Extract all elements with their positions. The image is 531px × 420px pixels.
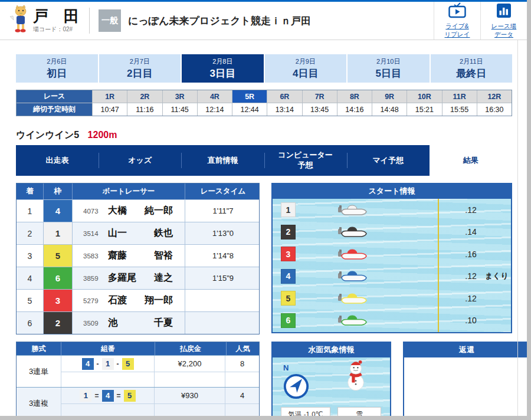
race-number-cell[interactable]: 7R	[302, 90, 337, 103]
content-tab[interactable]: オッズ	[99, 145, 181, 176]
racer-name: 山一鉄也	[108, 227, 173, 239]
start-timing: .16	[457, 250, 484, 259]
results-column-header: レースタイム	[185, 183, 261, 199]
result-lane-badge: 5	[43, 245, 72, 267]
result-racer: 3859多羅尾達之	[72, 267, 185, 289]
race-number-cell[interactable]: 8R	[337, 90, 372, 103]
date-tab[interactable]: 2月7日2日目	[99, 54, 181, 83]
results-column-header: 着	[17, 183, 43, 199]
content-tab[interactable]: マイ予想	[347, 145, 430, 176]
race-number-cell[interactable]: 11R	[442, 90, 477, 103]
date-tab[interactable]: 2月11日最終日	[431, 54, 513, 83]
racer-name: 石渡翔一郎	[108, 294, 173, 307]
results-column-header: 枠	[43, 183, 72, 199]
payout-column-header: 人気	[226, 342, 259, 355]
venue-data-label: レース場 データ	[491, 22, 517, 38]
result-row: 623509池千夏	[17, 311, 259, 334]
compass-icon	[282, 372, 310, 401]
date-tab-date: 2月11日	[460, 57, 483, 66]
content-tabs: 出走表オッズ直前情報コンピューター 予想マイ予想結果	[16, 145, 512, 176]
weather-panel: 水面気象情報 N	[271, 342, 391, 416]
racer-given-name: 智裕	[154, 250, 173, 262]
wind-compass: N	[282, 363, 310, 403]
payout-popularity: 4	[225, 388, 259, 403]
payout-popularity: 8	[225, 356, 259, 372]
grade-badge: 一般	[99, 9, 121, 32]
results-section: 着枠ボートレーサーレースタイム 144073大橋純一郎1'11"7213514山…	[16, 183, 512, 334]
date-tab[interactable]: 2月8日3日目	[182, 54, 264, 83]
bet-type-label: 3連複	[17, 388, 61, 416]
results-table-body: 144073大橋純一郎1'11"7213514山一鉄也1'13"0353583齋…	[17, 199, 259, 334]
start-info-body: 1.122.143.164.12まくり5.126.10	[271, 199, 512, 333]
race-number-cell[interactable]: 2R	[127, 90, 162, 103]
result-place: 4	[17, 267, 43, 289]
combo-lane-chip: 5	[122, 358, 134, 370]
date-tab-date: 2月8日	[212, 57, 232, 66]
combo-lane-chip: 1	[102, 358, 114, 370]
content-tab[interactable]: コンピューター 予想	[264, 145, 347, 176]
result-row: 213514山一鉄也1'13"0	[17, 222, 259, 244]
race-title-line: ウインウイン5 1200m	[16, 129, 511, 142]
payout-column-header: 勝式	[17, 342, 61, 355]
racer-family-name: 多羅尾	[108, 272, 136, 284]
result-place: 5	[17, 290, 43, 311]
race-number-cell[interactable]: 10R	[407, 90, 441, 103]
content-tab[interactable]: 結果	[430, 145, 512, 176]
date-tab[interactable]: 2月10日5日目	[348, 54, 430, 83]
date-tab-date: 2月6日	[47, 57, 67, 66]
result-racer: 5279石渡翔一郎	[72, 290, 185, 311]
race-number-cell[interactable]: 9R	[372, 90, 407, 103]
weather-body: N	[271, 357, 391, 416]
header-divider	[89, 8, 90, 34]
combo-cell: 1=4=5	[61, 388, 154, 403]
race-number-cell[interactable]: 12R	[477, 90, 512, 103]
weather-title: 水面気象情報	[271, 342, 391, 357]
race-number-cell[interactable]: 4R	[197, 90, 232, 103]
race-number-cell[interactable]: 3R	[162, 90, 197, 103]
racer-reg-number: 3859	[83, 275, 103, 282]
racer-family-name: 大橋	[108, 205, 127, 217]
racer-name: 池千夏	[108, 317, 173, 329]
payout-row: 1=4=5¥9304	[61, 388, 259, 403]
combo-lane-chip: 4	[102, 390, 114, 402]
tv-play-icon	[448, 2, 466, 21]
result-place: 2	[17, 222, 43, 244]
live-replay-button[interactable]: ライブ& リプレイ	[434, 2, 480, 40]
payout-cell-empty	[154, 404, 225, 416]
race-number-cell[interactable]: 6R	[267, 90, 301, 103]
racer-given-name: 千夏	[154, 317, 173, 329]
start-info-row: 5.12	[273, 287, 511, 310]
race-number-cell[interactable]: 1R	[92, 90, 127, 103]
refund-title: 返還	[403, 342, 527, 357]
popularity-cell-empty	[225, 372, 259, 387]
deadline-row-label: 締切予定時刻	[17, 103, 92, 116]
venue-data-button[interactable]: レース場 データ	[480, 2, 527, 40]
payout-section: 勝式組番払戻金人気 3連単4-1-5¥2,20083連複1=4=5¥93042連…	[16, 342, 527, 416]
payout-table-header: 勝式組番払戻金人気	[17, 342, 259, 355]
content-tab[interactable]: 出走表	[16, 145, 99, 176]
result-place: 6	[17, 312, 43, 334]
race-deadline-cell: 13:14	[267, 103, 301, 116]
date-tab[interactable]: 2月6日初日	[16, 54, 98, 83]
payout-column-header: 払戻金	[155, 342, 226, 355]
combo-lane-chip: 5	[124, 390, 136, 402]
compass-north-label: N	[283, 363, 310, 372]
race-number-cell[interactable]: 5R	[232, 90, 267, 103]
start-lane-badge: 6	[281, 313, 296, 328]
result-row: 463859多羅尾達之1'15"9	[17, 267, 259, 289]
start-info-row: 6.10	[273, 310, 511, 332]
result-place: 3	[17, 245, 43, 267]
content-tab[interactable]: 直前情報	[181, 145, 264, 176]
result-lane-badge: 2	[43, 312, 72, 334]
date-tabs: 2月6日初日2月7日2日目2月8日3日目2月9日4日目2月10日5日目2月11日…	[16, 54, 512, 83]
racer-reg-number: 5279	[83, 297, 103, 304]
racer-reg-number: 3514	[83, 230, 103, 237]
payout-row: 4-1-5¥2,2008	[61, 356, 259, 372]
payout-amount: ¥930	[154, 388, 225, 403]
refund-panel: 返還	[403, 342, 527, 416]
payout-table: 勝式組番払戻金人気 3連単4-1-5¥2,20083連複1=4=5¥93042連…	[16, 342, 260, 416]
page-right-divider	[517, 40, 518, 416]
date-tab[interactable]: 2月9日4日目	[265, 54, 347, 83]
date-tab-date: 2月10日	[376, 57, 400, 66]
start-timing: .12	[457, 271, 484, 281]
